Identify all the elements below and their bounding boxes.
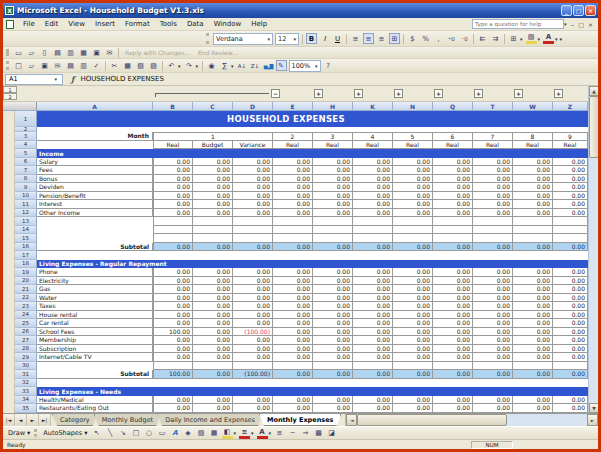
value-cell[interactable]: 0.00: [513, 311, 553, 320]
value-cell[interactable]: 0.00: [313, 319, 353, 328]
menu-view[interactable]: View: [63, 19, 90, 29]
empty-cell[interactable]: [353, 226, 393, 235]
value-cell[interactable]: 0.00: [313, 200, 353, 209]
last-sheet-button[interactable]: ►|: [39, 414, 51, 426]
item-label-cell[interactable]: Membership: [37, 336, 153, 345]
format-borders-icon[interactable]: ⊞: [508, 33, 519, 44]
value-cell[interactable]: 0.00: [513, 370, 553, 379]
value-cell[interactable]: 0.00: [473, 175, 513, 184]
item-label-cell[interactable]: Gas: [37, 285, 153, 294]
value-cell[interactable]: 0.00: [433, 302, 473, 311]
row-header-7[interactable]: 7: [15, 166, 37, 175]
value-cell[interactable]: 0.00: [153, 200, 193, 209]
value-cell[interactable]: 0.00: [273, 183, 313, 192]
value-cell[interactable]: 0.00: [473, 192, 513, 201]
empty-cell[interactable]: [513, 226, 553, 235]
empty-cell[interactable]: [153, 234, 193, 243]
value-cell[interactable]: 0.00: [513, 336, 553, 345]
value-cell[interactable]: 0.00: [313, 370, 353, 379]
value-cell[interactable]: 0.00: [553, 268, 588, 277]
workbook-restore-button[interactable]: □: [576, 21, 586, 28]
expand-group-icon[interactable]: +: [354, 89, 363, 98]
sheet-tab-monthly-budget[interactable]: Monthly Budget: [94, 414, 161, 426]
menu-data[interactable]: Data: [182, 19, 209, 29]
review-send-to-mail-recipient-icon[interactable]: ✉: [104, 47, 115, 58]
review-next-comment-icon[interactable]: ▯: [39, 47, 50, 58]
draw-arrow-style-icon[interactable]: ⇒: [300, 428, 311, 439]
row-header-28[interactable]: 28: [15, 345, 37, 354]
value-cell[interactable]: 0.00: [313, 396, 353, 405]
value-cell[interactable]: 0.00: [433, 183, 473, 192]
empty-cell[interactable]: [473, 362, 513, 371]
item-label-cell[interactable]: Taxes: [37, 302, 153, 311]
month-7-cell[interactable]: 7: [473, 132, 513, 141]
column-header-Z[interactable]: Z: [553, 102, 588, 111]
standard-print-preview-icon[interactable]: ▥: [78, 60, 89, 71]
value-cell[interactable]: 0.00: [193, 345, 233, 354]
toolbar-grip[interactable]: [6, 61, 9, 70]
review-show-all-comments-icon[interactable]: ▥: [65, 47, 76, 58]
review-update-file-icon[interactable]: ▣: [91, 47, 102, 58]
value-cell[interactable]: 0.00: [353, 158, 393, 167]
draw-text-box-icon[interactable]: ▭: [157, 428, 168, 439]
value-cell[interactable]: 0.00: [153, 243, 193, 252]
empty-cell[interactable]: [273, 226, 313, 235]
value-cell[interactable]: 0.00: [273, 345, 313, 354]
value-cell[interactable]: (100.00): [233, 370, 273, 379]
toolbar-grip[interactable]: [34, 429, 37, 437]
standard-format-painter-icon[interactable]: ▨: [148, 60, 159, 71]
format-font-color-icon[interactable]: A: [543, 33, 554, 44]
row-header-11[interactable]: 11: [15, 200, 37, 209]
select-all-corner[interactable]: [3, 102, 37, 111]
format-increase-decimal-icon[interactable]: ⁺0: [446, 33, 457, 44]
value-cell[interactable]: 0.00: [153, 166, 193, 175]
value-cell[interactable]: 0.00: [513, 294, 553, 303]
value-cell[interactable]: 0.00: [193, 166, 233, 175]
value-cell[interactable]: 0.00: [473, 268, 513, 277]
value-cell[interactable]: 0.00: [313, 175, 353, 184]
value-cell[interactable]: 0.00: [273, 328, 313, 337]
format-borders-dropdown[interactable]: ▾: [520, 36, 523, 42]
expand-group-icon[interactable]: +: [554, 89, 563, 98]
row-header-12[interactable]: 12: [15, 209, 37, 218]
item-label-cell[interactable]: House rental: [37, 311, 153, 320]
menu-window[interactable]: Window: [209, 19, 247, 29]
format-percent-icon[interactable]: %: [420, 33, 431, 44]
empty-cell[interactable]: [273, 362, 313, 371]
item-label-cell[interactable]: Health/Medical: [37, 396, 153, 405]
value-cell[interactable]: 0.00: [393, 183, 433, 192]
value-cell[interactable]: 0.00: [393, 277, 433, 286]
draw-arrow-icon[interactable]: ↘: [118, 428, 129, 439]
empty-cell[interactable]: [353, 234, 393, 243]
autoshapes-menu-button[interactable]: AutoShapes ▾: [40, 429, 90, 437]
value-cell[interactable]: 0.00: [273, 404, 313, 413]
value-cell[interactable]: 0.00: [553, 158, 588, 167]
item-label-cell[interactable]: Deviden: [37, 183, 153, 192]
value-cell[interactable]: 0.00: [273, 302, 313, 311]
value-cell[interactable]: 0.00: [193, 268, 233, 277]
empty-cell[interactable]: [153, 226, 193, 235]
row-header-34[interactable]: 34: [15, 396, 37, 405]
row-header-30[interactable]: 30: [15, 362, 37, 371]
value-cell[interactable]: 0.00: [273, 166, 313, 175]
standard-autosum-icon[interactable]: ∑: [219, 60, 230, 71]
coltype-cell[interactable]: Variance: [233, 141, 273, 150]
value-cell[interactable]: 0.00: [233, 294, 273, 303]
value-cell[interactable]: 0.00: [553, 200, 588, 209]
item-label-cell[interactable]: Salary: [37, 158, 153, 167]
standard-cut-icon[interactable]: ✂: [109, 60, 120, 71]
review-previous-comment-icon[interactable]: ▱: [26, 47, 37, 58]
scroll-right-icon[interactable]: ►: [587, 414, 598, 426]
value-cell[interactable]: 0.00: [393, 200, 433, 209]
scroll-up-icon[interactable]: ▲: [589, 86, 598, 96]
value-cell[interactable]: 0.00: [313, 302, 353, 311]
value-cell[interactable]: 0.00: [433, 285, 473, 294]
value-cell[interactable]: 0.00: [233, 209, 273, 218]
value-cell[interactable]: 0.00: [393, 302, 433, 311]
value-cell[interactable]: 0.00: [473, 302, 513, 311]
value-cell[interactable]: 0.00: [273, 243, 313, 252]
value-cell[interactable]: 0.00: [473, 319, 513, 328]
value-cell[interactable]: 0.00: [553, 294, 588, 303]
standard-sort-ascending-icon[interactable]: A↓: [237, 60, 248, 71]
workbook-close-button[interactable]: ×: [586, 21, 595, 28]
